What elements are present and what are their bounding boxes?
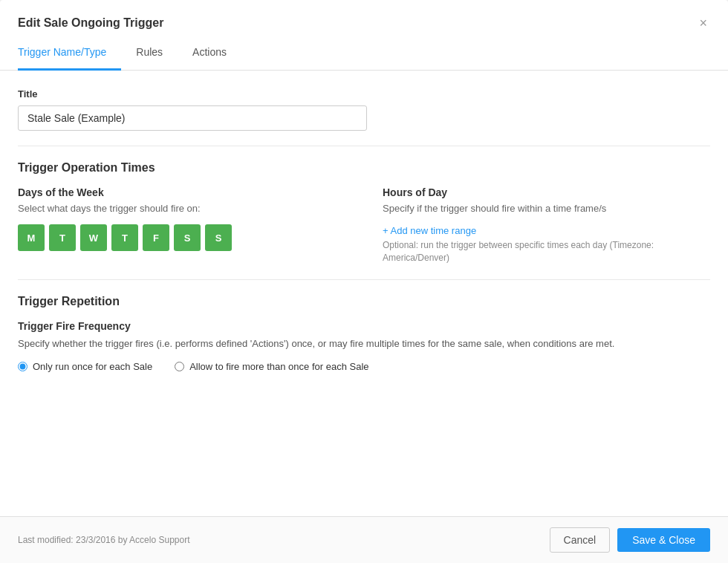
- tab-trigger-name-type[interactable]: Trigger Name/Type: [18, 36, 121, 71]
- fire-frequency-title: Trigger Fire Frequency: [18, 320, 710, 332]
- divider-2: [18, 279, 710, 280]
- operation-times-columns: Days of the Week Select what days the tr…: [18, 186, 710, 264]
- day-monday[interactable]: M: [18, 224, 45, 251]
- tab-rules[interactable]: Rules: [121, 36, 178, 71]
- operation-times-section: Trigger Operation Times Days of the Week…: [18, 161, 710, 264]
- hours-desc: Specify if the trigger should fire withi…: [383, 203, 710, 214]
- repetition-title: Trigger Repetition: [18, 295, 710, 308]
- hours-title: Hours of Day: [383, 186, 710, 198]
- add-time-range-link[interactable]: + Add new time range: [383, 225, 476, 236]
- days-desc: Select what days the trigger should fire…: [18, 203, 345, 214]
- footer-actions: Cancel Save & Close: [550, 527, 710, 553]
- title-label: Title: [18, 88, 710, 100]
- operation-times-title: Trigger Operation Times: [18, 161, 710, 175]
- modal-body: Title Trigger Operation Times Days of th…: [0, 71, 728, 516]
- tab-actions[interactable]: Actions: [178, 36, 241, 71]
- title-input[interactable]: [18, 105, 367, 131]
- days-title: Days of the Week: [18, 186, 345, 198]
- modal-footer: Last modified: 23/3/2016 by Accelo Suppo…: [0, 516, 728, 563]
- radio-once[interactable]: [18, 362, 27, 371]
- modal-header: Edit Sale Ongoing Trigger ×: [0, 0, 728, 33]
- radio-multiple[interactable]: [175, 362, 184, 371]
- cancel-button[interactable]: Cancel: [550, 527, 611, 553]
- time-note: Optional: run the trigger between specif…: [383, 239, 710, 264]
- hours-of-day-column: Hours of Day Specify if the trigger shou…: [375, 186, 710, 264]
- divider-1: [18, 146, 710, 146]
- fire-frequency-options: Only run once for each Sale Allow to fir…: [18, 361, 710, 372]
- day-sunday[interactable]: S: [205, 224, 232, 251]
- radio-once-text: Only run once for each Sale: [33, 361, 152, 372]
- save-close-button[interactable]: Save & Close: [617, 528, 710, 552]
- title-field-group: Title: [18, 88, 710, 131]
- day-friday[interactable]: F: [143, 224, 169, 251]
- day-saturday[interactable]: S: [174, 224, 201, 251]
- day-thursday[interactable]: T: [111, 224, 138, 251]
- tabs-bar: Trigger Name/Type Rules Actions: [0, 36, 728, 71]
- modal-title: Edit Sale Ongoing Trigger: [18, 16, 163, 30]
- day-tuesday[interactable]: T: [49, 224, 76, 251]
- radio-multiple-label[interactable]: Allow to fire more than once for each Sa…: [175, 361, 368, 372]
- repetition-desc: Specify whether the trigger fires (i.e. …: [18, 336, 710, 351]
- radio-once-label[interactable]: Only run once for each Sale: [18, 361, 152, 372]
- radio-multiple-text: Allow to fire more than once for each Sa…: [189, 361, 368, 372]
- close-button[interactable]: ×: [696, 13, 710, 33]
- days-row: M T W T F S S: [18, 224, 345, 251]
- modal: Edit Sale Ongoing Trigger × Trigger Name…: [0, 0, 728, 563]
- repetition-section: Trigger Repetition Trigger Fire Frequenc…: [18, 295, 710, 373]
- day-wednesday[interactable]: W: [80, 224, 107, 251]
- footer-meta: Last modified: 23/3/2016 by Accelo Suppo…: [18, 535, 190, 545]
- days-of-week-column: Days of the Week Select what days the tr…: [18, 186, 375, 264]
